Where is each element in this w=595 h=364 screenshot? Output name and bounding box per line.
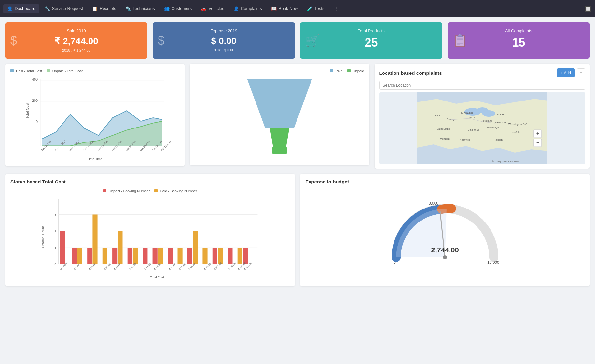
status-legend-paid: Paid - Booking Number (154, 189, 197, 193)
svg-text:3: 3 (54, 213, 56, 216)
funnel-legend-unpaid: Unpaid (347, 69, 364, 73)
map-svg: Chicago polis Detroit Milwaukee Clevelan… (379, 92, 586, 164)
funnel-paid-dot (330, 69, 333, 72)
nav-technicians[interactable]: 🔩 Technicians (121, 4, 159, 13)
nav-customers[interactable]: 👥 Customers (160, 4, 196, 13)
svg-rect-70 (112, 248, 117, 264)
expense-card: $ Expense 2019 $ 0.00 2018 : $ 0.00 (153, 22, 295, 59)
status-chart-svg: 0 1 2 3 Customer Count (10, 195, 290, 280)
svg-rect-24 (272, 146, 287, 154)
nav-complaints[interactable]: 👤 Complaints (229, 4, 266, 13)
line-chart-card: Paid - Total Cost Unpaid - Total Cost 40… (5, 64, 185, 166)
svg-text:Cleveland: Cleveland (480, 119, 492, 122)
svg-rect-67 (87, 248, 92, 264)
location-header: Location based complaints + Add ≡ (379, 68, 586, 77)
status-legend-unpaid: Unpaid - Booking Number (103, 189, 150, 193)
svg-text:Pittsburgh: Pittsburgh (487, 126, 499, 129)
dashboard-icon: 👤 (7, 6, 13, 11)
svg-rect-79 (187, 248, 192, 264)
svg-text:0: 0 (394, 260, 396, 265)
funnel-visual (195, 75, 364, 160)
navbar: 👤 Dashboard 🔧 Service Request 📋 Receipts… (0, 0, 595, 17)
products-card: 🛒 Total Products 25 (300, 22, 442, 59)
nav-more[interactable]: ⋮ (331, 4, 343, 13)
location-actions: + Add ≡ (557, 68, 585, 77)
svg-text:Memphis: Memphis (440, 137, 450, 140)
svg-text:200: 200 (32, 99, 38, 102)
svg-text:Total Cost: Total Cost (25, 103, 29, 118)
svg-rect-74 (143, 248, 147, 264)
svg-rect-82 (213, 248, 217, 264)
nav-book-now[interactable]: 📖 Book Now (267, 4, 302, 13)
nav-receipts[interactable]: 📋 Receipts (88, 4, 120, 13)
funnel-svg (244, 75, 315, 160)
svg-rect-65 (72, 248, 77, 264)
nav-vehicles[interactable]: 🚗 Vehicles (197, 4, 228, 13)
status-paid-dot (154, 189, 158, 192)
status-chart-legend: Unpaid - Booking Number Paid - Booking N… (10, 189, 290, 193)
svg-text:Raleigh: Raleigh (493, 138, 502, 141)
funnel-chart-card: Paid Unpaid (190, 64, 369, 165)
svg-text:Saint Louis: Saint Louis (436, 128, 450, 130)
svg-rect-85 (238, 248, 242, 264)
svg-rect-84 (228, 248, 232, 264)
nav-dashboard[interactable]: 👤 Dashboard (3, 4, 39, 13)
svg-text:2,744.00: 2,744.00 (431, 246, 459, 254)
svg-text:Norfolk: Norfolk (511, 131, 520, 134)
svg-text:Customer Count: Customer Count (41, 226, 45, 249)
nav-service-request[interactable]: 🔧 Service Request (41, 4, 87, 13)
svg-text:Washington D.C.: Washington D.C. (508, 123, 528, 126)
funnel-chart-legend: Paid Unpaid (195, 69, 364, 73)
location-card: Location based complaints + Add ≡ Chicag… (375, 64, 590, 169)
svg-text:1: 1 (54, 246, 56, 249)
funnel-unpaid-dot (347, 69, 351, 72)
funnel-legend-paid: Paid (330, 69, 342, 73)
legend-paid-dot (10, 69, 14, 72)
svg-text:400: 400 (32, 77, 38, 81)
svg-rect-75 (153, 248, 158, 264)
complaints-stat-icon: 📋 (453, 34, 467, 47)
nav-tests[interactable]: 🧪 Tests (303, 4, 328, 13)
expense-icon: $ (158, 34, 164, 47)
svg-rect-71 (118, 231, 122, 264)
svg-text:2: 2 (54, 229, 56, 233)
gauge-svg: 2,744.00 0 10,000 3,000 (386, 192, 504, 277)
svg-marker-22 (247, 79, 312, 128)
svg-marker-26 (417, 99, 547, 153)
svg-text:Detroit: Detroit (467, 116, 475, 119)
svg-text:Milwaukee: Milwaukee (461, 111, 473, 114)
svg-point-105 (443, 255, 447, 259)
sale-card: $ Sale 2019 ₹ 2,744.00 2018 : ₹ 1,244.00 (5, 22, 147, 59)
svg-text:Boston: Boston (497, 113, 505, 116)
search-location-input[interactable] (379, 81, 586, 90)
complaints-card: 📋 All Complaints 15 (448, 22, 590, 59)
line-chart-svg: 400 200 0 Total Cost Jan 12,2017 Feb 22,… (10, 75, 179, 160)
service-icon: 🔧 (45, 6, 50, 11)
stat-cards: $ Sale 2019 ₹ 2,744.00 2018 : ₹ 1,244.00… (0, 17, 595, 59)
svg-rect-77 (168, 248, 173, 264)
more-icon: ⋮ (335, 6, 339, 11)
status-chart-card: Status based Total Cost Unpaid - Booking… (5, 174, 295, 286)
svg-text:Nashville: Nashville (459, 138, 470, 141)
nav-user-icon: 🔲 (585, 5, 592, 12)
vehicles-icon: 🚗 (201, 6, 206, 11)
status-chart-title: Status based Total Cost (10, 179, 290, 184)
line-chart-legend: Paid - Total Cost Unpaid - Total Cost (10, 69, 179, 73)
legend-unpaid-dot (47, 69, 50, 72)
svg-rect-73 (133, 248, 138, 264)
customers-icon: 👥 (164, 6, 170, 11)
svg-text:−: − (536, 140, 539, 145)
gauge-container: 2,744.00 0 10,000 3,000 (305, 189, 585, 280)
book-now-icon: 📖 (271, 6, 277, 11)
map-container: Chicago polis Detroit Milwaukee Clevelan… (379, 92, 586, 164)
menu-button[interactable]: ≡ (577, 68, 585, 77)
svg-marker-23 (270, 128, 289, 147)
svg-rect-72 (128, 248, 132, 264)
svg-rect-80 (193, 231, 198, 264)
sale-icon: $ (10, 34, 17, 47)
status-unpaid-dot (103, 189, 106, 192)
svg-text:Date-Time: Date-Time (88, 157, 102, 160)
add-button[interactable]: + Add (557, 68, 575, 77)
location-title: Location based complaints (379, 70, 442, 76)
products-icon: 🛒 (305, 34, 320, 47)
